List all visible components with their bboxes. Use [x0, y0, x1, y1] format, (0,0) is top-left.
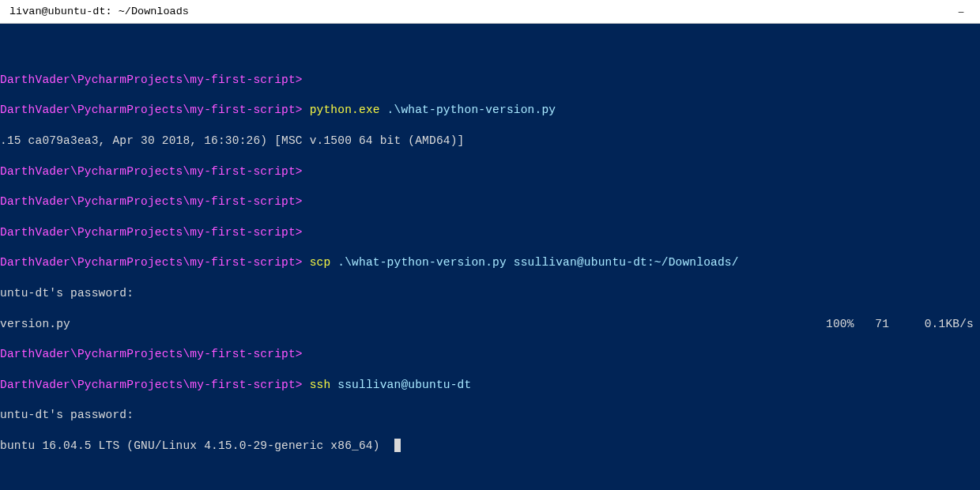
cursor-icon: [394, 439, 401, 452]
command-arg: .\what-python-version.py ssullivan@ubunt…: [330, 256, 738, 269]
ps-prompt: DarthVader\PycharmProjects\my-first-scri…: [0, 256, 303, 269]
transfer-stats: 100% 71 0.1KB/s: [826, 317, 977, 332]
terminal-content[interactable]: DarthVader\PycharmProjects\my-first-scri…: [0, 24, 980, 490]
window-controls: —: [950, 4, 972, 20]
output-text: version.py: [0, 317, 70, 332]
ps-prompt: DarthVader\PycharmProjects\my-first-scri…: [0, 104, 303, 116]
window-title: livan@ubuntu-dt: ~/Downloads: [8, 6, 189, 17]
command: python.exe: [303, 104, 380, 116]
output-text: untu-dt's password:: [0, 409, 134, 421]
minimize-button[interactable]: —: [950, 4, 972, 20]
ps-prompt: DarthVader\PycharmProjects\my-first-scri…: [0, 226, 303, 239]
command-arg: .\what-python-version.py: [380, 104, 556, 116]
output-text: .15 ca079a3ea3, Apr 30 2018, 16:30:26) […: [0, 134, 465, 147]
ps-prompt: DarthVader\PycharmProjects\my-first-scri…: [0, 348, 303, 360]
output-text: untu-dt's password:: [0, 287, 134, 300]
ps-prompt: DarthVader\PycharmProjects\my-first-scri…: [0, 379, 303, 391]
output-text: buntu 16.04.5 LTS (GNU/Linux 4.15.0-29-g…: [0, 439, 380, 452]
command: scp: [303, 256, 331, 269]
window-titlebar: livan@ubuntu-dt: ~/Downloads —: [0, 0, 980, 24]
command: ssh: [303, 379, 331, 391]
command-arg: ssullivan@ubuntu-dt: [330, 379, 471, 391]
ps-prompt: DarthVader\PycharmProjects\my-first-scri…: [0, 74, 303, 86]
ps-prompt: DarthVader\PycharmProjects\my-first-scri…: [0, 195, 303, 208]
ps-prompt: DarthVader\PycharmProjects\my-first-scri…: [0, 165, 303, 178]
